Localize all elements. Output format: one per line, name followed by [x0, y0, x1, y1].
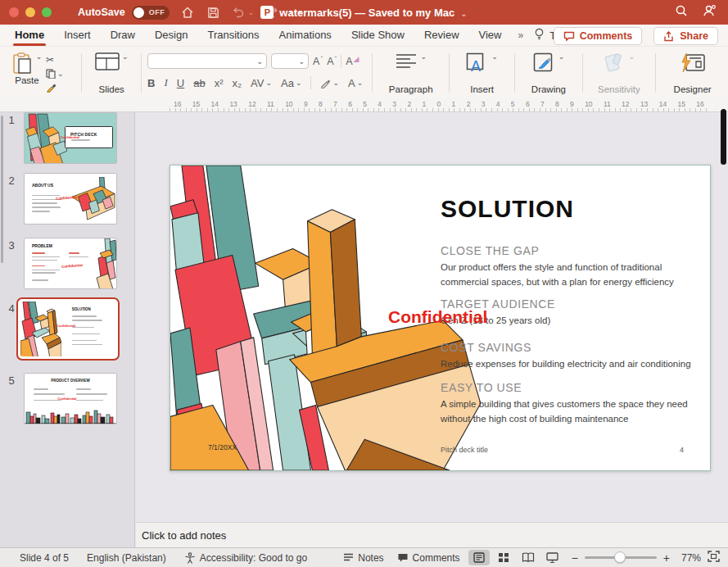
slide-thumbnail-4-selected[interactable]: SOLUTION Confidential: [16, 297, 120, 361]
comments-button[interactable]: Comments: [554, 27, 643, 45]
strikethrough-button[interactable]: ab: [193, 77, 205, 89]
font-group: ⌄ ⌄ Aˆ Aˇ A◢ B I U ab x² x₂ AV⌄ Aa⌄ ⌄: [147, 49, 366, 98]
bold-button[interactable]: B: [147, 77, 155, 89]
slides-button[interactable]: ⌄ Slides: [88, 49, 135, 98]
chevron-down-icon: ⌄: [299, 57, 305, 66]
close-window-button[interactable]: [9, 7, 19, 17]
confidential-watermark[interactable]: Confidential: [388, 307, 487, 327]
fit-slide-to-window-button[interactable]: [708, 551, 720, 565]
tab-home[interactable]: Home: [15, 25, 44, 46]
font-color-button[interactable]: A⌄: [348, 77, 363, 89]
comments-toggle[interactable]: Comments: [397, 552, 460, 564]
tab-transitions[interactable]: Transitions: [207, 25, 259, 46]
highlight-pen-button[interactable]: ⌄: [320, 78, 339, 88]
cut-icon[interactable]: ✂: [46, 54, 64, 65]
slide-title[interactable]: SOLUTION: [441, 195, 574, 223]
slide-date[interactable]: 7/1/20XX: [208, 443, 237, 451]
minimize-window-button[interactable]: [25, 7, 35, 17]
redo-icon[interactable]: [265, 6, 279, 20]
zoom-slider[interactable]: [585, 556, 657, 559]
drawing-button[interactable]: ⌄ Drawing: [521, 49, 576, 98]
slide-footer[interactable]: Pitch deck title: [441, 446, 488, 454]
section-body[interactable]: Reduce expenses for building electricity…: [441, 357, 694, 372]
more-toolbar-icon[interactable]: ···: [289, 6, 303, 19]
section-heading[interactable]: EASY TO USE: [441, 381, 522, 394]
underline-button[interactable]: U: [177, 77, 184, 89]
slideshow-view-button[interactable]: [542, 550, 563, 565]
title-chevron-icon[interactable]: ⌄: [460, 9, 467, 18]
zoom-level[interactable]: 77%: [676, 552, 701, 564]
slide-thumbnail-3[interactable]: PROBLEM Confidential: [24, 238, 117, 289]
section-heading[interactable]: COST SAVINGS: [441, 341, 531, 354]
format-painter-icon[interactable]: [46, 82, 64, 93]
chevron-down-icon: ⌄: [629, 52, 635, 61]
cityscape-graphic: [25, 406, 117, 424]
zoom-window-button[interactable]: [42, 7, 52, 17]
font-name-select[interactable]: ⌄: [147, 53, 267, 69]
tab-view[interactable]: View: [479, 25, 502, 46]
reading-view-button[interactable]: [518, 550, 539, 565]
slide-page-number[interactable]: 4: [680, 446, 684, 454]
font-size-select[interactable]: ⌄: [271, 53, 309, 69]
zoom-slider-thumb[interactable]: [614, 551, 626, 563]
slide-thumbnail-4[interactable]: SOLUTION Confidential: [20, 302, 115, 356]
slide-sorter-view-button[interactable]: [493, 550, 514, 565]
notes-placeholder[interactable]: Click to add notes: [142, 529, 226, 542]
slide-thumbnail-1[interactable]: PITCH DECK Confidential: [24, 112, 117, 164]
chevron-down-icon: ⌄: [257, 57, 264, 66]
chevron-down-icon: ⌄: [122, 52, 129, 61]
account-icon[interactable]: [703, 4, 717, 20]
tab-animations[interactable]: Animations: [279, 25, 332, 46]
designer-button[interactable]: Designer: [662, 49, 723, 98]
tab-overflow-icon[interactable]: »: [518, 29, 523, 41]
lightbulb-icon: [534, 28, 545, 43]
main-vertical-scrollbar[interactable]: [721, 109, 726, 165]
increase-font-size-button[interactable]: Aˆ: [313, 56, 323, 67]
section-body[interactable]: Our product offers the style and functio…: [441, 261, 694, 290]
save-icon[interactable]: [206, 6, 220, 20]
slide-counter: Slide 4 of 5: [20, 552, 69, 564]
notes-pane[interactable]: Click to add notes: [136, 522, 728, 547]
document-title[interactable]: watermarks(5) — Saved to my Mac: [279, 7, 454, 19]
italic-button[interactable]: I: [165, 76, 168, 89]
undo-chevron-icon[interactable]: ⌄: [248, 8, 255, 16]
copy-icon[interactable]: ⌄: [46, 68, 64, 79]
notes-toggle[interactable]: Notes: [343, 552, 383, 564]
tab-review[interactable]: Review: [424, 25, 459, 46]
slide-thumbnail-5[interactable]: PRODUCT OVERVIEW Confidential: [24, 373, 117, 424]
share-button[interactable]: Share: [653, 27, 718, 45]
tab-draw[interactable]: Draw: [111, 25, 135, 46]
chevron-down-icon: ⌄: [57, 70, 64, 78]
chevron-down-icon: ⌄: [265, 79, 272, 87]
paste-button[interactable]: ⌄ Paste: [8, 49, 46, 89]
superscript-button[interactable]: x²: [215, 77, 224, 89]
undo-icon[interactable]: [232, 6, 246, 20]
tab-insert[interactable]: Insert: [64, 25, 91, 46]
section-body[interactable]: A simple building that gives customers t…: [441, 397, 694, 427]
sensitivity-button: ⌄ Sensitivity: [589, 49, 650, 98]
search-icon[interactable]: [675, 4, 688, 20]
language-indicator[interactable]: English (Pakistan): [87, 552, 166, 564]
toggle-knob: [133, 7, 144, 18]
window-controls: [9, 7, 52, 17]
decrease-font-size-button[interactable]: Aˇ: [327, 56, 337, 67]
slide-thumbnail-2[interactable]: ABOUT US Confidential: [24, 173, 117, 225]
section-heading[interactable]: CLOSE THE GAP: [441, 244, 539, 257]
paragraph-button[interactable]: ⌄ Paragraph: [378, 49, 443, 98]
insert-button[interactable]: A ⌄ Insert: [455, 49, 509, 98]
zoom-out-button[interactable]: −: [572, 551, 578, 565]
accessibility-status[interactable]: Accessibility: Good to go: [184, 552, 307, 564]
tab-slide-show[interactable]: Slide Show: [351, 25, 405, 46]
home-icon[interactable]: [181, 6, 195, 20]
slide-canvas[interactable]: SOLUTION CLOSE THE GAP Our product offer…: [170, 165, 711, 471]
zoom-in-button[interactable]: +: [663, 551, 670, 565]
subscript-button[interactable]: x₂: [233, 77, 242, 89]
autosave-toggle[interactable]: OFF: [132, 6, 170, 20]
clear-formatting-button[interactable]: A◢: [346, 56, 359, 67]
tab-design[interactable]: Design: [155, 25, 188, 46]
character-spacing-button[interactable]: AV⌄: [251, 77, 272, 89]
normal-view-button[interactable]: [468, 550, 490, 565]
svg-text:A: A: [471, 58, 481, 74]
thumbnail-number: 1: [2, 114, 21, 126]
change-case-button[interactable]: Aa⌄: [281, 77, 301, 89]
